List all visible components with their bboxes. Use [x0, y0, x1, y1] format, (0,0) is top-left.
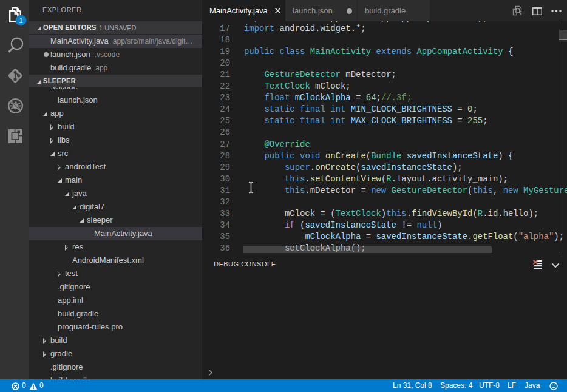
- svg-text:1: 1: [19, 17, 22, 24]
